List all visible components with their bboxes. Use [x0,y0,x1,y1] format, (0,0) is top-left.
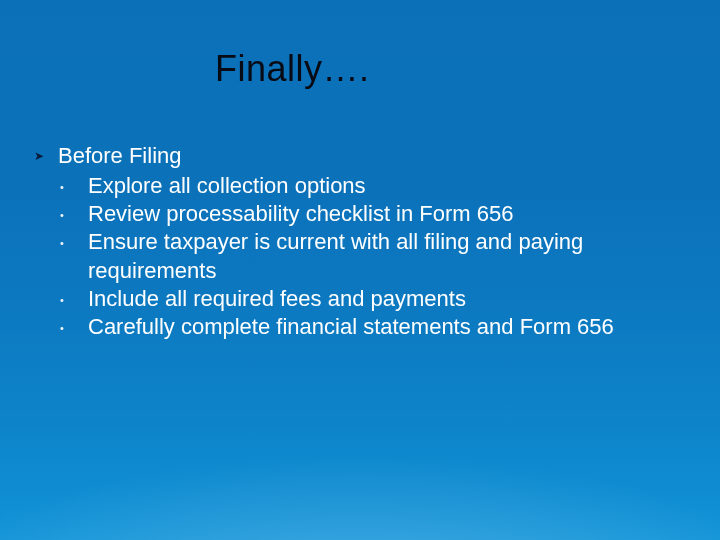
content-area: ➤ Before Filing • Explore all collection… [34,142,680,341]
list-item-text: Ensure taxpayer is current with all fili… [88,228,680,284]
list-heading: Before Filing [58,142,680,170]
list-item-text: Review processability checklist in Form … [88,200,680,228]
bullet-icon: • [58,285,88,312]
list-item: • Ensure taxpayer is current with all fi… [58,228,680,284]
sub-list: • Explore all collection options • Revie… [34,172,680,341]
bullet-icon: • [58,200,88,227]
list-item-text: Carefully complete financial statements … [88,313,680,341]
list-item-text: Explore all collection options [88,172,680,200]
list-item-text: Include all required fees and payments [88,285,680,313]
list-item: • Carefully complete financial statement… [58,313,680,341]
list-item: • Include all required fees and payments [58,285,680,313]
bullet-icon: • [58,228,88,255]
bullet-icon: • [58,313,88,340]
slide: Finally…. ➤ Before Filing • Explore all … [0,0,720,540]
bullet-icon: • [58,172,88,199]
chevron-right-icon: ➤ [34,142,58,170]
slide-title: Finally…. [215,48,370,90]
list-item: • Explore all collection options [58,172,680,200]
list-item: • Review processability checklist in For… [58,200,680,228]
list-item: ➤ Before Filing [34,142,680,170]
